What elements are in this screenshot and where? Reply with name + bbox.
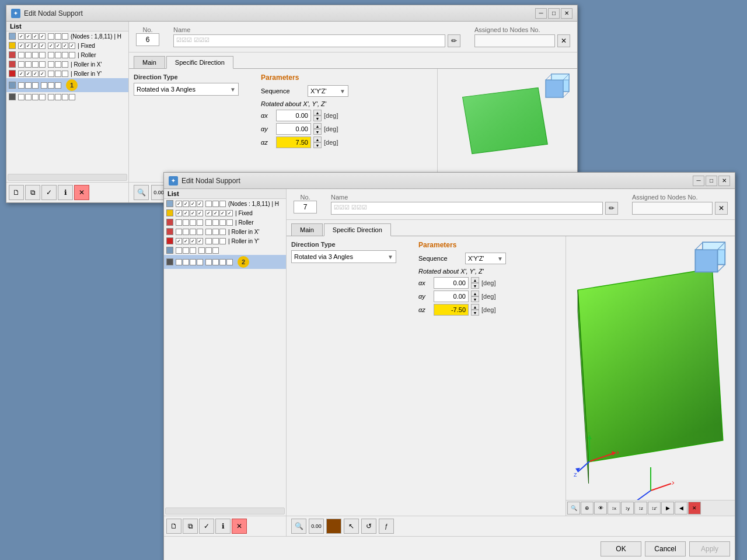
- maximize-btn-2[interactable]: □: [706, 176, 717, 186]
- check-btn-1[interactable]: ✓: [41, 185, 57, 200]
- ax-input-2[interactable]: 0.00: [434, 277, 469, 289]
- 3d-tool-2[interactable]: ⊕: [581, 502, 594, 514]
- name-label-1: Name: [173, 26, 460, 33]
- az-input-2[interactable]: -7.50: [434, 304, 469, 316]
- scrollbar-h-1[interactable]: [8, 174, 127, 181]
- delete-btn-2[interactable]: ✕: [232, 519, 247, 534]
- cancel-button[interactable]: Cancel: [645, 541, 686, 556]
- list-panel-1: (Nodes : 1,8,11) | H | Fixed | Roller: [6, 32, 128, 102]
- no-value-1: 6: [136, 33, 159, 46]
- ax-input-1[interactable]: 0.00: [276, 110, 311, 121]
- no-value-2: 7: [294, 201, 317, 214]
- maximize-btn-1[interactable]: □: [548, 8, 560, 19]
- window-title-2: Edit Nodal Support: [181, 177, 240, 185]
- ay-down-2[interactable]: ▼: [471, 296, 479, 302]
- dir-type-dropdown-2[interactable]: Rotated via 3 Angles ▼: [291, 250, 396, 263]
- close-btn-2[interactable]: ✕: [718, 176, 730, 186]
- list-item-1-3[interactable]: | Roller: [6, 50, 128, 60]
- svg-line-3: [546, 74, 551, 80]
- az-down-2[interactable]: ▼: [471, 310, 479, 316]
- ay-up-1[interactable]: ▲: [313, 123, 322, 129]
- clear-btn-1[interactable]: ✕: [557, 34, 570, 47]
- edit-btn-2[interactable]: ✏: [605, 202, 618, 215]
- info-btn-1[interactable]: ℹ: [58, 185, 73, 200]
- az-down-1[interactable]: ▼: [313, 142, 322, 148]
- sequence-select-2[interactable]: X'Y'Z' ▼: [465, 253, 506, 264]
- ax-up-2[interactable]: ▲: [471, 277, 479, 283]
- func-btn-2[interactable]: ƒ: [379, 519, 394, 534]
- close-btn-1[interactable]: ✕: [561, 8, 573, 19]
- list-item-2-1[interactable]: (Nodes : 1,8,11) | H: [164, 199, 286, 208]
- 3d-tool-7[interactable]: ↕z': [648, 502, 661, 514]
- 3d-tool-4[interactable]: ↕x: [608, 502, 620, 514]
- list-item-1-6[interactable]: 1: [6, 78, 128, 92]
- dir-type-dropdown-1[interactable]: Rotated via 3 Angles ▼: [134, 83, 239, 96]
- 3d-toolbar-2: 🔍 ⊕ 👁 ↕x ↕y ↕z ↕z' ▶ ◀ ✕: [566, 500, 735, 516]
- 3d-tool-1[interactable]: 🔍: [567, 502, 580, 514]
- check-btn-2[interactable]: ✓: [199, 519, 214, 534]
- list-item-1-4[interactable]: | Roller in X': [6, 60, 128, 69]
- name-input-1[interactable]: ☑☑☑ ☑☑☑: [173, 34, 445, 47]
- scrollbar-h-2[interactable]: [165, 508, 285, 514]
- 3d-tool-8[interactable]: ▶: [661, 502, 674, 514]
- name-input-2[interactable]: ☑☑☑ ☑☑☑: [331, 202, 603, 215]
- copy-btn-1[interactable]: ⧉: [25, 185, 40, 200]
- toolbar-2: 🗋 ⧉ ✓ ℹ ✕: [164, 516, 286, 536]
- assigned-input-2[interactable]: [632, 202, 713, 215]
- sequence-select-1[interactable]: X'Y'Z' ▼: [308, 85, 348, 97]
- edit-btn-1[interactable]: ✏: [448, 34, 460, 47]
- list-item-2-7[interactable]: 2: [164, 255, 286, 269]
- seq-arrow-1: ▼: [340, 88, 345, 94]
- 3d-tool-5[interactable]: ↕y: [621, 502, 634, 514]
- ax-up-1[interactable]: ▲: [313, 110, 322, 116]
- 3d-tool-9[interactable]: ◀: [675, 502, 687, 514]
- ay-input-1[interactable]: 0.00: [276, 123, 311, 135]
- list-item-1-2[interactable]: | Fixed: [6, 41, 128, 50]
- ax-down-2[interactable]: ▼: [471, 283, 479, 289]
- az-up-1[interactable]: ▲: [313, 136, 322, 142]
- ok-button[interactable]: OK: [601, 541, 641, 556]
- info-btn-2[interactable]: ℹ: [215, 519, 231, 534]
- new-btn-1[interactable]: 🗋: [9, 185, 24, 200]
- new-btn-2[interactable]: 🗋: [166, 519, 181, 534]
- zoom-btn-2[interactable]: 🔍: [291, 519, 306, 534]
- list-item-1-5[interactable]: | Roller in Y': [6, 69, 128, 78]
- list-item-2-6[interactable]: [164, 246, 286, 255]
- color-btn-2[interactable]: [326, 519, 341, 534]
- rotate-btn-2[interactable]: ↺: [361, 519, 376, 534]
- zoom-btn-1[interactable]: 🔍: [134, 185, 149, 200]
- list-item-2-3[interactable]: | Roller: [164, 218, 286, 227]
- clear-btn-2[interactable]: ✕: [715, 202, 728, 215]
- copy-btn-2[interactable]: ⧉: [183, 519, 198, 534]
- tab-main-2[interactable]: Main: [291, 223, 323, 236]
- tab-specific-2[interactable]: Specific Direction: [324, 223, 391, 236]
- az-up-2[interactable]: ▲: [471, 304, 479, 310]
- ax-down-1[interactable]: ▼: [313, 116, 322, 121]
- view-3d-2: X Y Z: [566, 236, 735, 516]
- delete-btn-1[interactable]: ✕: [74, 185, 89, 200]
- apply-button[interactable]: Apply: [689, 541, 730, 556]
- ay-up-2[interactable]: ▲: [471, 290, 479, 296]
- 3d-tool-3[interactable]: 👁: [594, 502, 607, 514]
- assigned-input-1[interactable]: [474, 34, 555, 47]
- 3d-tool-10[interactable]: ✕: [688, 502, 701, 514]
- minimize-btn-1[interactable]: ─: [535, 8, 547, 19]
- tab-main-1[interactable]: Main: [134, 56, 165, 68]
- az-label-2: αz: [418, 306, 431, 313]
- 3d-tool-6[interactable]: ↕z: [634, 502, 647, 514]
- list-item-2-4[interactable]: | Roller in X': [164, 227, 286, 236]
- az-input-1[interactable]: 7.50: [276, 136, 311, 148]
- svg-marker-21: [587, 435, 592, 439]
- ay-spin-2: ▲ ▼: [471, 290, 479, 302]
- color-swatch-1-6: [9, 82, 16, 89]
- tab-specific-1[interactable]: Specific Direction: [166, 56, 233, 69]
- num-btn-2[interactable]: 0.00: [309, 519, 324, 534]
- minimize-btn-2[interactable]: ─: [693, 176, 704, 186]
- list-item-1-1[interactable]: (Nodes : 1,8,11) | H: [6, 32, 128, 41]
- ay-input-2[interactable]: 0.00: [434, 290, 469, 302]
- ay-down-1[interactable]: ▼: [313, 129, 322, 135]
- cursor-btn-2[interactable]: ↖: [344, 519, 359, 534]
- list-item-2-2[interactable]: | Fixed: [164, 208, 286, 218]
- list-item-2-5[interactable]: | Roller in Y': [164, 236, 286, 246]
- list-item-1-7[interactable]: [6, 92, 128, 102]
